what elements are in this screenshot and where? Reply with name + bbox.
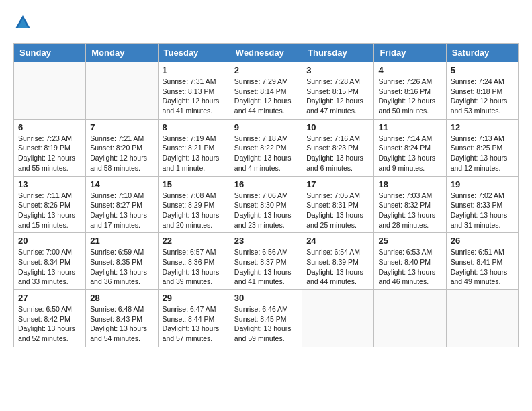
calendar-cell: 14Sunrise: 7:10 AMSunset: 8:27 PMDayligh… [86, 176, 158, 233]
day-header-monday: Monday [86, 44, 158, 62]
cell-day-number: 9 [234, 122, 298, 132]
cell-sun-info: Sunrise: 7:03 AMSunset: 8:32 PMDaylight:… [378, 191, 441, 230]
cell-sun-info: Sunrise: 7:21 AMSunset: 8:20 PMDaylight:… [90, 134, 153, 173]
cell-sun-info: Sunrise: 7:06 AMSunset: 8:30 PMDaylight:… [234, 191, 298, 230]
cell-sun-info: Sunrise: 6:47 AMSunset: 8:44 PMDaylight:… [163, 304, 226, 344]
cell-sun-info: Sunrise: 7:02 AMSunset: 8:33 PMDaylight:… [451, 191, 514, 230]
cell-sun-info: Sunrise: 6:54 AMSunset: 8:39 PMDaylight:… [306, 247, 369, 287]
calendar-cell [302, 290, 374, 347]
cell-day-number: 13 [18, 179, 81, 189]
calendar-cell: 27Sunrise: 6:50 AMSunset: 8:42 PMDayligh… [14, 290, 86, 347]
cell-day-number: 23 [234, 236, 298, 246]
calendar-cell: 17Sunrise: 7:05 AMSunset: 8:31 PMDayligh… [302, 176, 374, 233]
cell-sun-info: Sunrise: 7:28 AMSunset: 8:15 PMDaylight:… [306, 77, 369, 116]
cell-sun-info: Sunrise: 7:31 AMSunset: 8:13 PMDaylight:… [163, 77, 226, 116]
cell-day-number: 18 [378, 179, 441, 189]
calendar-cell: 25Sunrise: 6:53 AMSunset: 8:40 PMDayligh… [374, 233, 446, 290]
cell-sun-info: Sunrise: 7:13 AMSunset: 8:25 PMDaylight:… [451, 134, 514, 173]
cell-day-number: 19 [451, 179, 514, 189]
cell-day-number: 30 [234, 293, 298, 303]
calendar-cell: 6Sunrise: 7:23 AMSunset: 8:19 PMDaylight… [14, 119, 86, 176]
calendar-cell: 28Sunrise: 6:48 AMSunset: 8:43 PMDayligh… [86, 290, 158, 347]
cell-sun-info: Sunrise: 6:59 AMSunset: 8:35 PMDaylight:… [90, 247, 153, 287]
cell-day-number: 27 [18, 293, 81, 303]
cell-day-number: 7 [90, 122, 153, 132]
calendar-cell: 21Sunrise: 6:59 AMSunset: 8:35 PMDayligh… [86, 233, 158, 290]
calendar-week-row: 6Sunrise: 7:23 AMSunset: 8:19 PMDaylight… [14, 119, 519, 176]
cell-sun-info: Sunrise: 6:57 AMSunset: 8:36 PMDaylight:… [163, 247, 226, 287]
cell-day-number: 21 [90, 236, 153, 246]
cell-day-number: 14 [90, 179, 153, 189]
cell-day-number: 6 [18, 122, 81, 132]
calendar-week-row: 13Sunrise: 7:11 AMSunset: 8:26 PMDayligh… [14, 176, 519, 233]
cell-sun-info: Sunrise: 6:46 AMSunset: 8:45 PMDaylight:… [234, 304, 298, 344]
day-header-wednesday: Wednesday [230, 44, 302, 62]
cell-day-number: 11 [378, 122, 441, 132]
calendar-cell: 29Sunrise: 6:47 AMSunset: 8:44 PMDayligh… [158, 290, 230, 347]
day-header-tuesday: Tuesday [158, 44, 230, 62]
cell-sun-info: Sunrise: 6:48 AMSunset: 8:43 PMDaylight:… [90, 304, 153, 344]
calendar-table: SundayMondayTuesdayWednesdayThursdayFrid… [13, 43, 519, 347]
calendar-cell: 16Sunrise: 7:06 AMSunset: 8:30 PMDayligh… [230, 176, 302, 233]
calendar-cell: 24Sunrise: 6:54 AMSunset: 8:39 PMDayligh… [302, 233, 374, 290]
cell-sun-info: Sunrise: 7:19 AMSunset: 8:21 PMDaylight:… [163, 134, 226, 173]
day-header-saturday: Saturday [446, 44, 518, 62]
calendar-cell: 13Sunrise: 7:11 AMSunset: 8:26 PMDayligh… [14, 176, 86, 233]
calendar-cell: 12Sunrise: 7:13 AMSunset: 8:25 PMDayligh… [446, 119, 518, 176]
cell-sun-info: Sunrise: 7:23 AMSunset: 8:19 PMDaylight:… [18, 134, 81, 173]
cell-day-number: 22 [163, 236, 226, 246]
calendar-header-row: SundayMondayTuesdayWednesdayThursdayFrid… [14, 44, 519, 62]
cell-sun-info: Sunrise: 7:10 AMSunset: 8:27 PMDaylight:… [90, 191, 153, 230]
cell-sun-info: Sunrise: 7:05 AMSunset: 8:31 PMDaylight:… [306, 191, 369, 230]
calendar-cell: 4Sunrise: 7:26 AMSunset: 8:16 PMDaylight… [374, 62, 446, 120]
calendar-cell [374, 290, 446, 347]
calendar-week-row: 27Sunrise: 6:50 AMSunset: 8:42 PMDayligh… [14, 290, 519, 347]
cell-sun-info: Sunrise: 7:24 AMSunset: 8:18 PMDaylight:… [451, 77, 514, 116]
calendar-cell: 15Sunrise: 7:08 AMSunset: 8:29 PMDayligh… [158, 176, 230, 233]
calendar-cell: 7Sunrise: 7:21 AMSunset: 8:20 PMDaylight… [86, 119, 158, 176]
calendar-cell: 8Sunrise: 7:19 AMSunset: 8:21 PMDaylight… [158, 119, 230, 176]
cell-sun-info: Sunrise: 7:26 AMSunset: 8:16 PMDaylight:… [378, 77, 441, 116]
calendar-cell: 23Sunrise: 6:56 AMSunset: 8:37 PMDayligh… [230, 233, 302, 290]
cell-day-number: 25 [378, 236, 441, 246]
page-header [13, 13, 519, 32]
cell-day-number: 16 [234, 179, 298, 189]
cell-day-number: 8 [163, 122, 226, 132]
calendar-cell: 18Sunrise: 7:03 AMSunset: 8:32 PMDayligh… [374, 176, 446, 233]
calendar-cell: 30Sunrise: 6:46 AMSunset: 8:45 PMDayligh… [230, 290, 302, 347]
calendar-cell: 9Sunrise: 7:18 AMSunset: 8:22 PMDaylight… [230, 119, 302, 176]
calendar-cell [446, 290, 518, 347]
cell-sun-info: Sunrise: 7:00 AMSunset: 8:34 PMDaylight:… [18, 247, 81, 287]
cell-sun-info: Sunrise: 6:51 AMSunset: 8:41 PMDaylight:… [451, 247, 514, 287]
cell-day-number: 20 [18, 236, 81, 246]
calendar-cell: 3Sunrise: 7:28 AMSunset: 8:15 PMDaylight… [302, 62, 374, 120]
day-header-thursday: Thursday [302, 44, 374, 62]
cell-day-number: 15 [163, 179, 226, 189]
cell-day-number: 1 [163, 65, 226, 75]
calendar-cell: 1Sunrise: 7:31 AMSunset: 8:13 PMDaylight… [158, 62, 230, 120]
calendar-cell: 19Sunrise: 7:02 AMSunset: 8:33 PMDayligh… [446, 176, 518, 233]
calendar-cell [14, 62, 86, 120]
cell-sun-info: Sunrise: 7:11 AMSunset: 8:26 PMDaylight:… [18, 191, 81, 230]
cell-day-number: 3 [306, 65, 369, 75]
calendar-cell [86, 62, 158, 120]
calendar-cell: 22Sunrise: 6:57 AMSunset: 8:36 PMDayligh… [158, 233, 230, 290]
calendar-cell: 2Sunrise: 7:29 AMSunset: 8:14 PMDaylight… [230, 62, 302, 120]
calendar-week-row: 1Sunrise: 7:31 AMSunset: 8:13 PMDaylight… [14, 62, 519, 120]
calendar-week-row: 20Sunrise: 7:00 AMSunset: 8:34 PMDayligh… [14, 233, 519, 290]
cell-day-number: 2 [234, 65, 298, 75]
cell-day-number: 26 [451, 236, 514, 246]
cell-sun-info: Sunrise: 7:18 AMSunset: 8:22 PMDaylight:… [234, 134, 298, 173]
cell-day-number: 24 [306, 236, 369, 246]
day-header-friday: Friday [374, 44, 446, 62]
cell-day-number: 29 [163, 293, 226, 303]
cell-day-number: 17 [306, 179, 369, 189]
cell-sun-info: Sunrise: 7:14 AMSunset: 8:24 PMDaylight:… [378, 134, 441, 173]
calendar-cell: 11Sunrise: 7:14 AMSunset: 8:24 PMDayligh… [374, 119, 446, 176]
calendar-cell: 5Sunrise: 7:24 AMSunset: 8:18 PMDaylight… [446, 62, 518, 120]
calendar-cell: 10Sunrise: 7:16 AMSunset: 8:23 PMDayligh… [302, 119, 374, 176]
cell-sun-info: Sunrise: 6:50 AMSunset: 8:42 PMDaylight:… [18, 304, 81, 344]
cell-day-number: 5 [451, 65, 514, 75]
cell-sun-info: Sunrise: 7:29 AMSunset: 8:14 PMDaylight:… [234, 77, 298, 116]
cell-sun-info: Sunrise: 6:53 AMSunset: 8:40 PMDaylight:… [378, 247, 441, 287]
